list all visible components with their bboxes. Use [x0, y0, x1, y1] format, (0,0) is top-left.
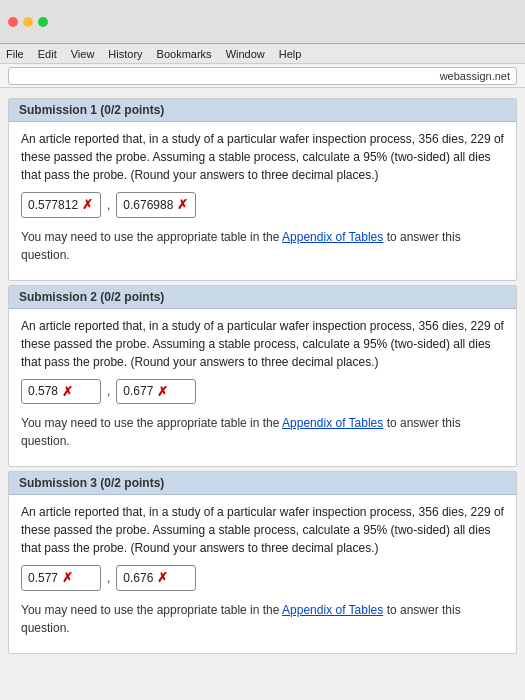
submission-1-problem: An article reported that, in a study of …	[21, 130, 504, 184]
submission-3-answer2-value: 0.676	[123, 569, 153, 587]
submission-1-answer2-value: 0.676988	[123, 196, 173, 214]
submission-1-answer1-value: 0.577812	[28, 196, 78, 214]
menu-item-view[interactable]: View	[71, 48, 95, 60]
submission-1-note: You may need to use the appropriate tabl…	[21, 228, 504, 264]
comma-1: ,	[107, 196, 110, 214]
submission-1-body: An article reported that, in a study of …	[9, 122, 516, 280]
submission-2-note: You may need to use the appropriate tabl…	[21, 414, 504, 450]
traffic-lights	[8, 17, 48, 27]
submission-2-answers: 0.578 ✗ , 0.677 ✗	[21, 379, 504, 405]
submission-3-answer1-value: 0.577	[28, 569, 58, 587]
submission-2-body: An article reported that, in a study of …	[9, 309, 516, 467]
submission-1-header: Submission 1 (0/2 points)	[9, 99, 516, 122]
submission-2-answer1-value: 0.578	[28, 382, 58, 400]
submission-3-answers: 0.577 ✗ , 0.676 ✗	[21, 565, 504, 591]
submission-3-header: Submission 3 (0/2 points)	[9, 472, 516, 495]
minimize-button[interactable]	[23, 17, 33, 27]
submission-2-answer1-box[interactable]: 0.578 ✗	[21, 379, 101, 405]
submission-1-answers: 0.577812 ✗ , 0.676988 ✗	[21, 192, 504, 218]
menu-item-help[interactable]: Help	[279, 48, 302, 60]
menu-bar: FileEditViewHistoryBookmarksWindowHelp	[0, 44, 525, 64]
submission-3-answer2-wrong: ✗	[157, 568, 168, 588]
submission-2-header: Submission 2 (0/2 points)	[9, 286, 516, 309]
browser-chrome	[0, 0, 525, 44]
submission-3-answer1-box[interactable]: 0.577 ✗	[21, 565, 101, 591]
submission-1-answer2-wrong: ✗	[177, 195, 188, 215]
address-bar-row: webassign.net	[0, 64, 525, 88]
comma-3: ,	[107, 569, 110, 587]
address-bar[interactable]: webassign.net	[8, 67, 517, 85]
menu-item-file[interactable]: File	[6, 48, 24, 60]
address-text: webassign.net	[440, 70, 510, 82]
submission-3-appendix-link[interactable]: Appendix of Tables	[282, 603, 383, 617]
menu-item-edit[interactable]: Edit	[38, 48, 57, 60]
submission-3-answer1-wrong: ✗	[62, 568, 73, 588]
submission-1-answer2-box[interactable]: 0.676988 ✗	[116, 192, 196, 218]
submission-3-body: An article reported that, in a study of …	[9, 495, 516, 653]
submission-1-answer1-box[interactable]: 0.577812 ✗	[21, 192, 101, 218]
close-button[interactable]	[8, 17, 18, 27]
submission-3-answer2-box[interactable]: 0.676 ✗	[116, 565, 196, 591]
content-area: Submission 1 (0/2 points) An article rep…	[0, 88, 525, 700]
submission-2-answer2-box[interactable]: 0.677 ✗	[116, 379, 196, 405]
submission-3-note: You may need to use the appropriate tabl…	[21, 601, 504, 637]
menu-item-history[interactable]: History	[108, 48, 142, 60]
submission-block-2: Submission 2 (0/2 points) An article rep…	[8, 285, 517, 468]
submission-2-answer1-wrong: ✗	[62, 382, 73, 402]
menu-item-window[interactable]: Window	[226, 48, 265, 60]
submission-1-answer1-wrong: ✗	[82, 195, 93, 215]
submission-2-answer2-wrong: ✗	[157, 382, 168, 402]
submission-block-3: Submission 3 (0/2 points) An article rep…	[8, 471, 517, 654]
submission-2-appendix-link[interactable]: Appendix of Tables	[282, 416, 383, 430]
submission-block-1: Submission 1 (0/2 points) An article rep…	[8, 98, 517, 281]
submission-3-problem: An article reported that, in a study of …	[21, 503, 504, 557]
comma-2: ,	[107, 382, 110, 400]
menu-item-bookmarks[interactable]: Bookmarks	[157, 48, 212, 60]
maximize-button[interactable]	[38, 17, 48, 27]
submission-2-problem: An article reported that, in a study of …	[21, 317, 504, 371]
submission-1-appendix-link[interactable]: Appendix of Tables	[282, 230, 383, 244]
submission-2-answer2-value: 0.677	[123, 382, 153, 400]
